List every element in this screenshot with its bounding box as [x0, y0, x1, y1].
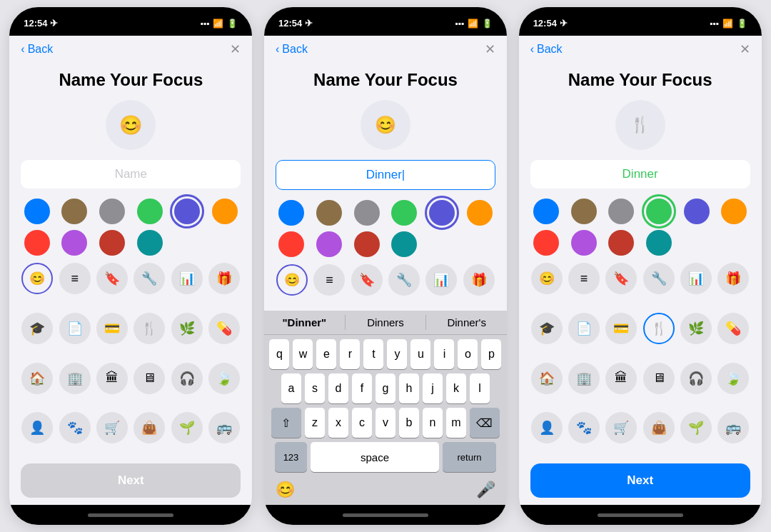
autocomplete-dinner-2[interactable]: "Dinner": [264, 315, 346, 330]
key-k[interactable]: k: [446, 373, 466, 403]
icon-gift-1[interactable]: 🎁: [208, 263, 240, 294]
icon-grad-1[interactable]: 🎓: [21, 313, 53, 344]
key-o[interactable]: o: [458, 339, 478, 369]
key-b[interactable]: b: [399, 408, 419, 438]
autocomplete-dinners-2[interactable]: Dinners: [346, 315, 427, 330]
color-blue-1[interactable]: [24, 199, 50, 224]
icon-bag-3[interactable]: 👜: [643, 412, 675, 443]
color-orange-3[interactable]: [721, 199, 747, 224]
key-c[interactable]: c: [352, 408, 372, 438]
color-blue-3[interactable]: [533, 199, 559, 224]
emoji-keyboard-icon[interactable]: 😊: [276, 481, 295, 499]
icon-cart-1[interactable]: 🛒: [96, 412, 128, 443]
key-v[interactable]: v: [376, 408, 395, 438]
color-red-2[interactable]: [278, 231, 304, 257]
color-crimson-2[interactable]: [354, 231, 380, 257]
icon-bank-3[interactable]: 🏛: [605, 363, 637, 394]
key-e[interactable]: e: [316, 339, 336, 369]
icon-monitor-1[interactable]: 🖥: [133, 363, 165, 394]
color-gray-1[interactable]: [99, 199, 125, 224]
icon-person-1[interactable]: 👤: [21, 412, 53, 443]
key-n[interactable]: n: [423, 408, 443, 438]
key-w[interactable]: w: [293, 339, 313, 369]
color-orange-1[interactable]: [212, 199, 238, 224]
next-button-3[interactable]: Next: [530, 463, 750, 498]
back-button-3[interactable]: ‹ Back: [530, 43, 563, 56]
key-return[interactable]: return: [443, 442, 496, 472]
icon-tool-1[interactable]: 🔧: [133, 263, 165, 294]
icon-plant-1[interactable]: 🌱: [171, 412, 203, 443]
icon-building-1[interactable]: 🏢: [59, 363, 91, 394]
icon-paw-3[interactable]: 🐾: [568, 412, 600, 443]
key-numbers[interactable]: 123: [275, 442, 307, 472]
icon-bank-1[interactable]: 🏛: [96, 363, 128, 394]
key-z[interactable]: z: [305, 408, 325, 438]
color-crimson-3[interactable]: [608, 230, 634, 256]
icon-monitor-3[interactable]: 🖥: [643, 363, 675, 394]
icon-fork-1[interactable]: 🍴: [133, 313, 165, 344]
key-h[interactable]: h: [399, 373, 419, 403]
icon-card-1[interactable]: 💳: [96, 313, 128, 344]
icon-tool-3[interactable]: 🔧: [643, 263, 675, 294]
color-gray-3[interactable]: [608, 199, 634, 224]
key-i[interactable]: i: [434, 339, 454, 369]
color-green-1[interactable]: [137, 199, 163, 224]
next-button-1[interactable]: Next: [21, 463, 241, 498]
color-blue-2[interactable]: [278, 200, 304, 226]
icon-gift-3[interactable]: 🎁: [717, 263, 749, 294]
color-teal-1[interactable]: [137, 230, 163, 256]
mic-icon[interactable]: 🎤: [476, 481, 495, 499]
color-brown-1[interactable]: [61, 199, 87, 224]
icon-list-1[interactable]: ≡: [59, 263, 91, 294]
icon-paw-1[interactable]: 🐾: [59, 412, 91, 443]
icon-bus-3[interactable]: 🚌: [717, 412, 749, 443]
icon-building-3[interactable]: 🏢: [568, 363, 600, 394]
icon-home-1[interactable]: 🏠: [21, 363, 53, 394]
key-shift[interactable]: ⇧: [271, 408, 301, 438]
color-red-3[interactable]: [533, 230, 559, 256]
icon-tool-2[interactable]: 🔧: [388, 264, 420, 296]
icon-person-3[interactable]: 👤: [531, 412, 563, 443]
icon-card-3[interactable]: 💳: [605, 313, 637, 344]
color-brown-3[interactable]: [571, 199, 597, 224]
icon-doc-1[interactable]: 📄: [59, 313, 91, 344]
name-input-2[interactable]: Dinner|: [276, 160, 495, 190]
name-input-3[interactable]: Dinner: [530, 160, 750, 189]
icon-smiley-1[interactable]: 😊: [21, 263, 53, 294]
icon-bus-1[interactable]: 🚌: [208, 412, 240, 443]
icon-cart-3[interactable]: 🛒: [605, 412, 637, 443]
color-violet-1[interactable]: [61, 230, 87, 256]
color-violet-2[interactable]: [316, 231, 342, 257]
close-button-2[interactable]: ✕: [485, 41, 495, 57]
icon-gift-2[interactable]: 🎁: [463, 264, 495, 296]
name-input-1[interactable]: Name: [21, 160, 241, 189]
icon-nature-3[interactable]: 🍃: [717, 363, 749, 394]
icon-chart-1[interactable]: 📊: [171, 263, 203, 294]
icon-list-3[interactable]: ≡: [568, 263, 600, 294]
key-x[interactable]: x: [328, 408, 348, 438]
icon-med-3[interactable]: 💊: [717, 313, 749, 344]
key-space[interactable]: space: [311, 442, 439, 472]
icon-smiley-2[interactable]: 😊: [276, 264, 308, 296]
color-violet-3[interactable]: [571, 230, 597, 256]
icon-nature-1[interactable]: 🍃: [208, 363, 240, 394]
key-m[interactable]: m: [446, 408, 466, 438]
key-d[interactable]: d: [328, 373, 348, 403]
back-button-1[interactable]: ‹ Back: [21, 43, 53, 56]
color-red-1[interactable]: [24, 230, 50, 256]
key-g[interactable]: g: [376, 373, 395, 403]
icon-bag-1[interactable]: 👜: [133, 412, 165, 443]
icon-chart-2[interactable]: 📊: [425, 264, 457, 296]
focus-icon-1[interactable]: 😊: [106, 100, 156, 150]
autocomplete-dinners-apos-2[interactable]: Dinner's: [426, 315, 507, 330]
color-brown-2[interactable]: [316, 200, 342, 226]
icon-head-1[interactable]: 🎧: [171, 363, 203, 394]
color-purple-3[interactable]: [684, 199, 710, 224]
color-orange-2[interactable]: [467, 200, 493, 226]
icon-fork-3[interactable]: 🍴: [643, 313, 675, 344]
key-y[interactable]: y: [387, 339, 407, 369]
key-delete[interactable]: ⌫: [470, 408, 500, 438]
key-p[interactable]: p: [481, 339, 501, 369]
icon-grad-3[interactable]: 🎓: [531, 313, 563, 344]
color-purple-2[interactable]: [429, 200, 455, 226]
